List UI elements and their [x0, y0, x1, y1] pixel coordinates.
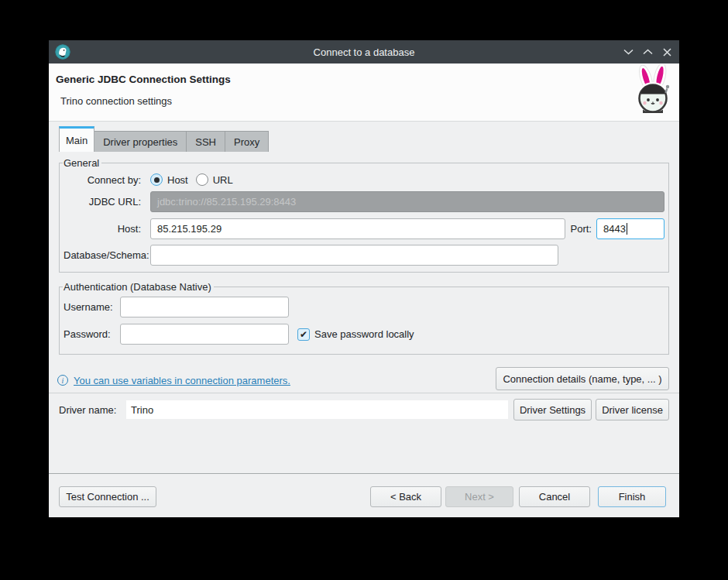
- host-label: Host:: [64, 223, 147, 235]
- driver-settings-button[interactable]: Driver Settings: [513, 399, 592, 420]
- username-input[interactable]: [120, 297, 289, 317]
- authentication-group: Authentication (Database Native) Usernam…: [59, 281, 669, 355]
- port-input[interactable]: 8443: [596, 218, 664, 239]
- back-button[interactable]: < Back: [370, 486, 441, 507]
- window-controls: [623, 40, 672, 63]
- jdbc-url-field: jdbc:trino://85.215.195.29:8443: [150, 191, 664, 212]
- general-group-label: General: [63, 157, 101, 169]
- trino-bunny-logo-icon: [634, 64, 672, 120]
- password-input[interactable]: [120, 324, 289, 345]
- connect-by-label: Connect by:: [64, 174, 147, 186]
- url-radio-label: URL: [213, 174, 233, 186]
- save-password-checkbox[interactable]: ✔: [297, 328, 310, 341]
- tab-main[interactable]: Main: [59, 126, 94, 152]
- variables-link[interactable]: You can use variables in connection para…: [74, 375, 290, 386]
- driver-name-label: Driver name:: [59, 404, 126, 416]
- finish-button[interactable]: Finish: [598, 486, 666, 507]
- database-schema-label: Database/Schema:: [64, 249, 147, 261]
- info-icon: i: [57, 375, 68, 386]
- desktop-background: Connect to a database Generic JDBC Conne…: [0, 0, 728, 580]
- close-icon[interactable]: [661, 46, 672, 57]
- save-password-label: Save password locally: [314, 328, 414, 340]
- driver-license-button[interactable]: Driver license: [596, 399, 669, 420]
- tab-ssh[interactable]: SSH: [187, 131, 225, 152]
- host-input[interactable]: [150, 218, 565, 239]
- dbeaver-app-icon: [55, 44, 70, 60]
- dialog-header: Generic JDBC Connection Settings Trino c…: [49, 63, 679, 122]
- variables-hint-row: i You can use variables in connection pa…: [57, 372, 290, 388]
- tab-driver-properties[interactable]: Driver properties: [94, 131, 187, 152]
- test-connection-button[interactable]: Test Connection ...: [59, 486, 156, 507]
- jdbc-url-label: JDBC URL:: [64, 196, 147, 208]
- host-radio-label: Host: [167, 174, 188, 186]
- database-schema-input[interactable]: [150, 245, 558, 266]
- page-subtitle: Trino connection settings: [60, 95, 172, 107]
- next-button: Next >: [445, 486, 513, 507]
- driver-row: Driver name: Trino Driver Settings Drive…: [59, 399, 669, 420]
- separator: [49, 473, 679, 474]
- radio-option-url[interactable]: URL: [196, 173, 233, 186]
- port-label: Port:: [565, 223, 596, 235]
- host-radio[interactable]: [150, 173, 163, 186]
- maximize-icon[interactable]: [642, 46, 653, 57]
- window-title: Connect to a database: [314, 46, 415, 58]
- minimize-icon[interactable]: [623, 46, 634, 57]
- tab-strip: Main Driver properties SSH Proxy: [59, 126, 269, 152]
- tab-proxy[interactable]: Proxy: [225, 131, 269, 152]
- driver-name-value: Trino: [126, 400, 508, 419]
- text-cursor: [627, 223, 627, 235]
- url-radio[interactable]: [196, 173, 208, 186]
- cancel-button[interactable]: Cancel: [519, 486, 590, 507]
- separator: [49, 393, 679, 393]
- radio-option-host[interactable]: Host: [150, 173, 188, 186]
- titlebar[interactable]: Connect to a database: [49, 40, 679, 63]
- username-label: Username:: [64, 301, 118, 313]
- authentication-group-label: Authentication (Database Native): [63, 281, 214, 293]
- general-group: General Connect by: Host URL JDBC URL:: [59, 157, 669, 273]
- password-label: Password:: [64, 328, 118, 340]
- connect-database-dialog: Connect to a database Generic JDBC Conne…: [49, 40, 679, 517]
- page-title: Generic JDBC Connection Settings: [56, 74, 231, 85]
- connection-details-button[interactable]: Connection details (name, type, ... ): [496, 367, 669, 390]
